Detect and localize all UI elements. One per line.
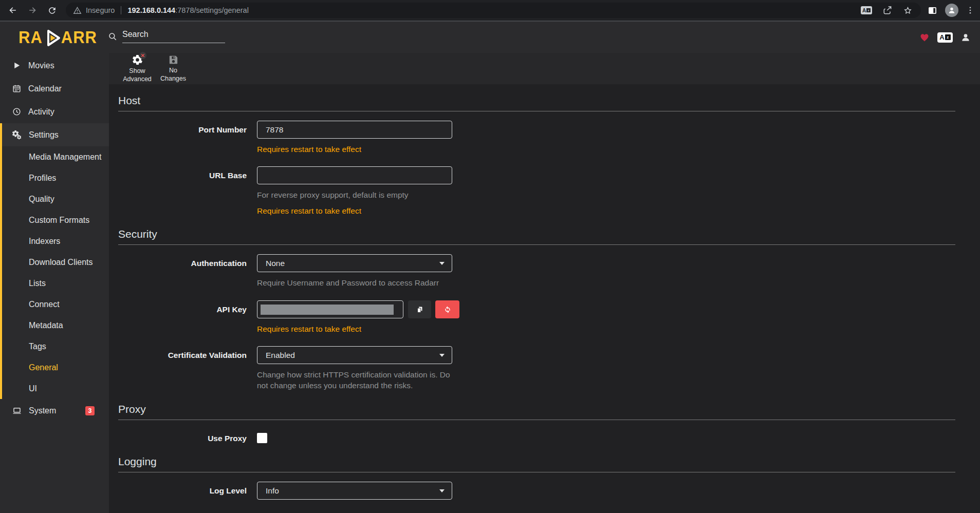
- side-panel-icon[interactable]: [927, 5, 938, 16]
- sidebar-nav: Movies Calendar Activity Settings Media …: [0, 53, 109, 513]
- forward-arrow-icon: [27, 5, 38, 15]
- url-path: :7878/settings/general: [175, 6, 249, 14]
- sidebar-item-custom-formats[interactable]: Custom Formats: [0, 210, 109, 231]
- donate-heart-icon[interactable]: [919, 32, 930, 43]
- copy-api-key-button[interactable]: [408, 300, 431, 318]
- authentication-select[interactable]: None: [257, 254, 452, 272]
- search-icon: [108, 32, 117, 41]
- url-base-restart-warning: Requires restart to take effect: [257, 206, 452, 216]
- browser-actions: [927, 4, 980, 17]
- copy-icon: [415, 305, 424, 314]
- url-base-help: For reverse proxy support, default is em…: [257, 189, 452, 200]
- use-proxy-label: Use Proxy: [118, 429, 247, 443]
- back-button[interactable]: [4, 2, 22, 19]
- sidebar-item-label: Calendar: [28, 84, 62, 93]
- save-floppy-icon: [168, 54, 179, 65]
- browser-menu-icon[interactable]: [966, 6, 975, 15]
- radarr-logo[interactable]: RA ARR: [19, 27, 97, 49]
- not-secure-warning-icon: [73, 6, 82, 15]
- sidebar-item-lists[interactable]: Lists: [0, 273, 109, 294]
- settings-toolbar: ShowAdvanced NoChanges: [109, 53, 980, 84]
- general-settings-content: Host Port Number Requires restart to tak…: [109, 84, 980, 513]
- advanced-off-badge: [139, 52, 146, 59]
- x-icon: [141, 53, 145, 58]
- chevron-down-icon: [439, 354, 445, 357]
- radarr-header: RA ARR A z: [0, 22, 980, 53]
- system-health-badge: 3: [85, 406, 95, 415]
- browser-toolbar: Inseguro 192.168.0.144:7878/settings/gen…: [0, 0, 980, 21]
- sidebar-item-metadata[interactable]: Metadata: [0, 315, 109, 336]
- log-level-select[interactable]: Info: [257, 482, 452, 500]
- security-section: Security Authentication None Require Use…: [118, 228, 955, 391]
- section-divider: [118, 244, 955, 245]
- sidebar-item-indexers[interactable]: Indexers: [0, 231, 109, 252]
- sidebar-item-profiles[interactable]: Profiles: [0, 167, 109, 188]
- browser-nav-buttons: [0, 2, 61, 19]
- play-icon: [12, 61, 21, 70]
- sidebar-item-label: Movies: [28, 61, 54, 70]
- security-status-label: Inseguro: [86, 6, 115, 14]
- sidebar-item-system[interactable]: System 3: [0, 399, 109, 422]
- reload-button[interactable]: [43, 2, 61, 19]
- log-level-row: Log Level Info: [118, 482, 955, 500]
- page-translate-icon[interactable]: A z: [937, 32, 953, 43]
- gears-icon: [12, 130, 22, 140]
- forward-button[interactable]: [24, 2, 41, 19]
- sidebar-item-quality[interactable]: Quality: [0, 188, 109, 210]
- logging-section-title: Logging: [118, 455, 955, 468]
- sidebar-item-movies[interactable]: Movies: [0, 54, 109, 77]
- logging-section: Logging Log Level Info: [118, 455, 955, 500]
- save-changes-button[interactable]: NoChanges: [156, 54, 190, 83]
- port-number-input[interactable]: [257, 121, 452, 139]
- sidebar-item-label: System: [29, 406, 56, 415]
- person-icon: [947, 6, 956, 15]
- sidebar-item-ui[interactable]: UI: [0, 378, 109, 399]
- sidebar-item-general[interactable]: General: [0, 357, 109, 378]
- translate-page-button[interactable]: A z: [861, 6, 872, 14]
- calendar-icon: [12, 84, 21, 93]
- sidebar-item-media-management[interactable]: Media Management: [0, 146, 109, 167]
- security-section-title: Security: [118, 228, 955, 240]
- port-number-row: Port Number Requires restart to take eff…: [118, 121, 955, 154]
- port-restart-warning: Requires restart to take effect: [257, 145, 452, 154]
- certificate-validation-select[interactable]: Enabled: [257, 346, 452, 364]
- api-key-label: API Key: [118, 300, 247, 334]
- api-key-row: API Key Requires restart to take eff: [118, 300, 955, 334]
- chevron-down-icon: [439, 489, 445, 492]
- port-number-label: Port Number: [118, 121, 247, 154]
- chevron-down-icon: [439, 262, 445, 265]
- url-host: 192.168.0.144: [127, 6, 175, 14]
- sidebar-item-calendar[interactable]: Calendar: [0, 77, 109, 100]
- share-icon[interactable]: [882, 5, 893, 15]
- logo-text-right: ARR: [61, 28, 97, 48]
- sidebar-item-connect[interactable]: Connect: [0, 294, 109, 315]
- host-section: Host Port Number Requires restart to tak…: [118, 94, 955, 216]
- sidebar-item-download-clients[interactable]: Download Clients: [0, 252, 109, 273]
- address-bar[interactable]: Inseguro 192.168.0.144:7878/settings/gen…: [66, 3, 921, 18]
- sidebar-item-activity[interactable]: Activity: [0, 100, 109, 123]
- section-divider: [118, 420, 955, 420]
- bookmark-star-icon[interactable]: [903, 6, 913, 15]
- sidebar-item-label: Settings: [29, 130, 59, 140]
- section-divider: [118, 472, 955, 472]
- show-advanced-button[interactable]: ShowAdvanced: [120, 54, 154, 83]
- sidebar-item-tags[interactable]: Tags: [0, 336, 109, 357]
- search-input[interactable]: [122, 30, 225, 39]
- proxy-section: Proxy Use Proxy: [118, 403, 955, 443]
- browser-profile-avatar[interactable]: [945, 4, 958, 17]
- header-actions: A z: [919, 22, 971, 53]
- url-base-input[interactable]: [257, 166, 452, 184]
- back-arrow-icon: [8, 5, 18, 15]
- api-key-redacted-value: [261, 305, 394, 315]
- regenerate-api-key-button[interactable]: [435, 300, 459, 318]
- sidebar-item-settings[interactable]: Settings: [0, 123, 109, 146]
- use-proxy-checkbox[interactable]: [257, 433, 267, 443]
- proxy-section-title: Proxy: [118, 403, 955, 415]
- user-icon[interactable]: [960, 32, 971, 43]
- authentication-help: Require Username and Password to access …: [257, 277, 452, 288]
- radarr-play-icon: [41, 27, 63, 49]
- api-key-input[interactable]: [257, 300, 403, 318]
- settings-group: Settings Media Management Profiles Quali…: [0, 123, 109, 399]
- search-bar: [108, 30, 225, 43]
- certificate-validation-row: Certificate Validation Enabled Change ho…: [118, 346, 955, 391]
